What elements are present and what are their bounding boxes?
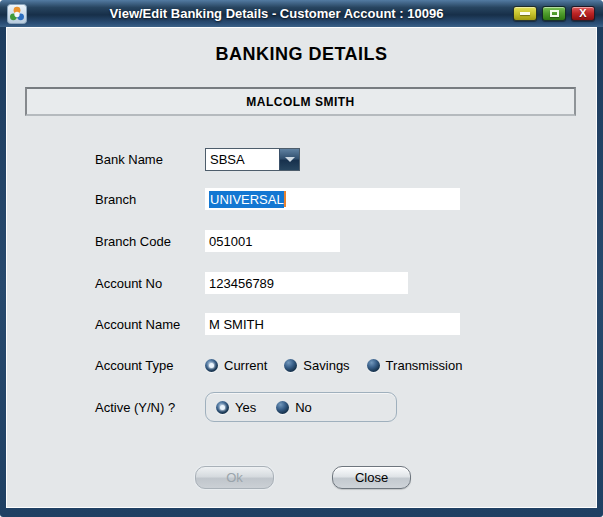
account-name-input[interactable]: M SMITH	[205, 313, 460, 335]
account-type-option-transmission[interactable]: Transmission	[367, 358, 463, 373]
customer-name-box: MALCOLM SMITH	[25, 87, 576, 116]
dropdown-button[interactable]	[279, 149, 299, 170]
branch-code-value: 051001	[209, 234, 252, 249]
radio-label: Yes	[235, 400, 256, 415]
active-option-no[interactable]: No	[276, 400, 312, 415]
branch-input[interactable]: UNIVERSAL	[205, 188, 460, 210]
bank-name-value: SBSA	[206, 149, 279, 170]
close-icon: X	[579, 8, 586, 19]
branch-label: Branch	[95, 192, 205, 207]
app-icon	[7, 4, 27, 24]
minimize-button[interactable]	[513, 6, 537, 21]
radio-icon[interactable]	[205, 359, 218, 372]
account-name-label: Account Name	[95, 317, 205, 332]
window-title: View/Edit Banking Details - Customer Acc…	[40, 0, 513, 27]
account-no-label: Account No	[95, 276, 205, 291]
dialog-window: View/Edit Banking Details - Customer Acc…	[0, 0, 603, 517]
maximize-icon	[550, 10, 559, 17]
branch-code-input[interactable]: 051001	[205, 230, 340, 252]
radio-icon[interactable]	[216, 401, 229, 414]
dialog-content: BANKING DETAILS MALCOLM SMITH Bank Name …	[6, 27, 597, 508]
bank-name-row: Bank Name SBSA	[95, 148, 300, 171]
radio-icon[interactable]	[284, 359, 297, 372]
account-type-option-current[interactable]: Current	[205, 358, 267, 373]
bank-name-select[interactable]: SBSA	[205, 148, 300, 171]
branch-row: Branch UNIVERSAL	[95, 188, 460, 210]
radio-icon[interactable]	[367, 359, 380, 372]
chevron-down-icon	[285, 157, 295, 162]
active-group-box: Yes No	[205, 392, 397, 422]
account-type-label: Account Type	[95, 358, 205, 373]
window-controls: X	[513, 6, 595, 21]
minimize-icon	[520, 12, 530, 15]
maximize-button[interactable]	[542, 6, 566, 21]
account-no-input[interactable]: 123456789	[205, 272, 408, 294]
account-no-row: Account No 123456789	[95, 272, 408, 294]
active-label: Active (Y/N) ?	[95, 400, 205, 415]
radio-label: Current	[224, 358, 267, 373]
account-type-option-savings[interactable]: Savings	[284, 358, 349, 373]
text-caret	[284, 191, 286, 207]
active-option-yes[interactable]: Yes	[216, 400, 256, 415]
branch-code-row: Branch Code 051001	[95, 230, 340, 252]
title-bar[interactable]: View/Edit Banking Details - Customer Acc…	[0, 0, 603, 27]
bank-name-label: Bank Name	[95, 152, 205, 167]
account-name-row: Account Name M SMITH	[95, 313, 460, 335]
branch-code-label: Branch Code	[95, 234, 205, 249]
account-type-row: Account Type Current Savings Transmissio…	[95, 355, 479, 375]
ok-button[interactable]: Ok	[195, 466, 274, 489]
branch-value: UNIVERSAL	[209, 191, 284, 208]
page-title: BANKING DETAILS	[6, 44, 597, 65]
close-dialog-button[interactable]: Close	[332, 466, 411, 489]
customer-name: MALCOLM SMITH	[246, 95, 354, 109]
radio-icon[interactable]	[276, 401, 289, 414]
radio-label: Savings	[303, 358, 349, 373]
account-name-value: M SMITH	[209, 317, 264, 332]
radio-label: Transmission	[386, 358, 463, 373]
close-button[interactable]: X	[571, 6, 595, 21]
active-row: Active (Y/N) ? Yes No	[95, 392, 397, 422]
radio-label: No	[295, 400, 312, 415]
account-no-value: 123456789	[209, 276, 274, 291]
